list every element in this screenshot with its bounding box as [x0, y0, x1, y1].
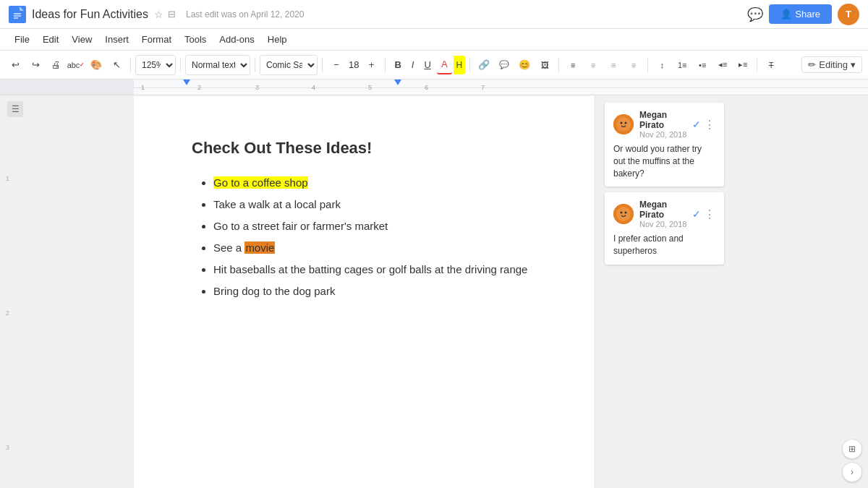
comment-1-date: Nov 20, 2018	[639, 130, 692, 139]
collapse-icon[interactable]: ›	[842, 462, 862, 482]
zoom-fit-icon[interactable]: ⊞	[842, 439, 862, 459]
separator-1	[130, 58, 131, 72]
font-size-increase-button[interactable]: +	[362, 56, 380, 74]
comment-1-actions: ✓ ⋮	[692, 118, 715, 132]
font-select[interactable]: Comic San... Arial Times New Roman	[260, 55, 318, 75]
indent-dec-button[interactable]: ◂≡	[713, 56, 732, 74]
highlight-button[interactable]: H	[454, 56, 466, 74]
share-button[interactable]: 👤 Share	[769, 4, 832, 24]
line-spacing-button[interactable]: ↕	[652, 56, 671, 74]
link-button[interactable]: 🔗	[475, 56, 493, 74]
list-item-2: Take a walk at a local park	[213, 194, 536, 215]
right-panel: Megan Pirato Nov 20, 2018 ✓ ⋮ Or would y…	[594, 95, 868, 488]
bullet-list-button[interactable]: •≡	[693, 56, 712, 74]
separator-7	[558, 58, 559, 72]
comment-1-author: Megan Pirato	[639, 110, 692, 130]
collapse-panel-icon[interactable]: ☰	[7, 101, 23, 117]
comment-button[interactable]: 💬	[495, 56, 514, 74]
ruler-mark-5: 7	[481, 84, 485, 91]
underline-button[interactable]: U	[420, 56, 435, 74]
list-item-5-text: Hit baseballs at the batting cages or go…	[213, 263, 527, 275]
style-select[interactable]: Normal text Heading 1 Heading 2	[185, 55, 250, 75]
list-item-4-before: See a	[213, 241, 244, 254]
comment-2-meta: Megan Pirato Nov 20, 2018	[639, 200, 692, 228]
list-item-4: See a movie	[213, 237, 536, 259]
separator-2	[180, 58, 181, 72]
pencil-icon: ✏	[808, 59, 816, 70]
separator-9	[757, 58, 757, 72]
editing-label: Editing	[819, 59, 848, 70]
ruler-mark-1: 3	[255, 84, 259, 91]
list-item-4-highlight: movie	[244, 241, 275, 254]
paint-button[interactable]: 🎨	[87, 56, 106, 74]
undo-button[interactable]: ↩	[6, 56, 25, 74]
document-page[interactable]: Check Out These Ideas! Go to a coffee sh…	[134, 95, 594, 488]
image-button[interactable]: 🖼	[535, 56, 554, 74]
align-left-button[interactable]: ≡	[563, 56, 582, 74]
main-area: 1 2 3 4 5 6 ☰ Check Out These Ideas! Go …	[0, 95, 868, 488]
folder-icon[interactable]: ⊟	[168, 9, 176, 20]
bold-button[interactable]: B	[390, 56, 405, 74]
doc-icon	[9, 6, 26, 23]
indent-inc-button[interactable]: ▸≡	[733, 56, 752, 74]
menu-addons[interactable]: Add-ons	[213, 31, 260, 48]
chat-icon[interactable]: 💬	[747, 7, 763, 22]
svg-point-5	[621, 122, 623, 124]
margin-num-3: 3	[6, 444, 14, 451]
svg-point-6	[625, 122, 627, 124]
comment-2-check-icon[interactable]: ✓	[692, 208, 701, 220]
align-center-button[interactable]: ≡	[584, 56, 603, 74]
margin-num-1: 1	[6, 175, 14, 182]
comment-1-header: Megan Pirato Nov 20, 2018 ✓ ⋮	[613, 110, 715, 139]
menu-help[interactable]: Help	[262, 31, 293, 48]
zoom-cursor-button[interactable]: ↖	[107, 56, 126, 74]
comment-1-more-icon[interactable]: ⋮	[704, 118, 715, 132]
redo-button[interactable]: ↪	[26, 56, 45, 74]
comment-2-date: Nov 20, 2018	[639, 220, 692, 228]
comment-2-more-icon[interactable]: ⋮	[704, 207, 715, 221]
comment-2-text: I prefer action and superheros	[613, 233, 715, 257]
comment-1-avatar	[613, 114, 634, 134]
separator-5	[385, 58, 386, 72]
print-button[interactable]: 🖨	[46, 56, 65, 74]
left-margin: 1 2 3 4 5 6 ☰	[0, 95, 134, 488]
margin-num-2: 2	[6, 309, 14, 317]
spellcheck-button[interactable]: abc✓	[67, 56, 85, 74]
emoji-button[interactable]: 😊	[515, 56, 534, 74]
font-color-button[interactable]: A	[437, 56, 452, 74]
avatar[interactable]: T	[838, 4, 859, 25]
chevron-down-icon: ▾	[851, 59, 856, 70]
menu-view[interactable]: View	[66, 31, 98, 48]
comment-1-check-icon[interactable]: ✓	[692, 119, 701, 130]
document-list: Go to a coffee shop Take a walk at a loc…	[192, 172, 536, 302]
font-size-decrease-button[interactable]: −	[327, 56, 346, 74]
menu-edit[interactable]: Edit	[37, 31, 64, 48]
align-justify-button[interactable]: ≡	[624, 56, 643, 74]
star-icon[interactable]: ☆	[154, 9, 163, 20]
svg-point-8	[616, 207, 631, 221]
separator-4	[322, 58, 323, 72]
menu-tools[interactable]: Tools	[179, 31, 212, 48]
comment-2-avatar	[613, 204, 634, 224]
doc-title: Ideas for Fun Activities	[32, 8, 148, 21]
ruler-mark-2: 4	[312, 84, 315, 91]
toolbar: ↩ ↪ 🖨 abc✓ 🎨 ↖ 125% 100% 150% Normal tex…	[0, 51, 868, 80]
menu-bar: File Edit View Insert Format Tools Add-o…	[0, 29, 868, 51]
svg-point-10	[625, 212, 627, 214]
zoom-select[interactable]: 125% 100% 150%	[135, 55, 176, 75]
list-item-3-text: Go to a street fair or farmer's market	[213, 220, 388, 232]
list-item-2-text: Take a walk at a local park	[213, 198, 341, 210]
comment-2-author: Megan Pirato	[639, 200, 692, 220]
document-heading: Check Out These Ideas!	[192, 139, 536, 158]
menu-file[interactable]: File	[9, 31, 35, 48]
font-size-value: 18	[347, 59, 360, 70]
last-edit: Last edit was on April 12, 2020	[186, 9, 747, 20]
menu-insert[interactable]: Insert	[99, 31, 135, 48]
clear-format-button[interactable]: T	[762, 56, 780, 74]
italic-button[interactable]: I	[407, 56, 419, 74]
editing-mode-selector[interactable]: ✏ Editing ▾	[801, 56, 862, 73]
list-item-6-text: Bring dog to the dog park	[213, 285, 335, 297]
numbered-list-button[interactable]: 1≡	[673, 56, 692, 74]
align-right-button[interactable]: ≡	[604, 56, 623, 74]
menu-format[interactable]: Format	[136, 31, 177, 48]
